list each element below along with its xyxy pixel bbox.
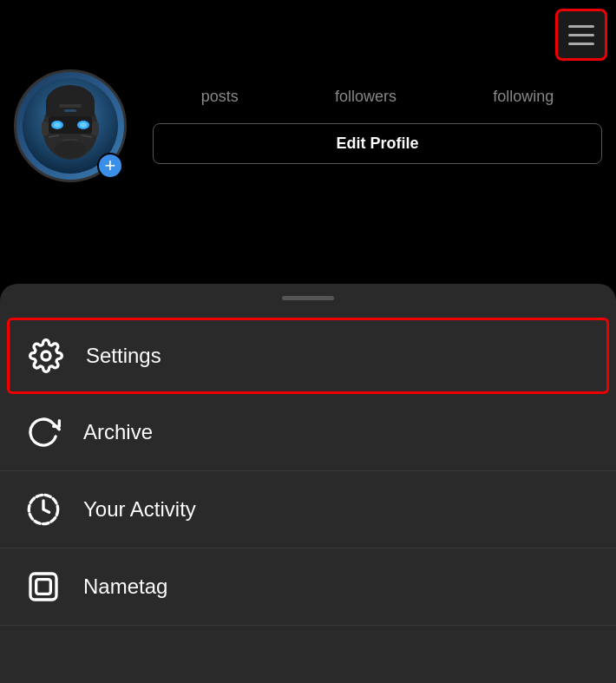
menu-item-settings[interactable]: Settings [7,318,609,394]
avatar-wrapper: + [14,69,127,182]
bottom-drawer: Settings Archive Your Activity N [0,284,616,683]
svg-point-17 [42,351,50,360]
activity-icon [24,490,62,529]
add-story-button[interactable]: + [97,153,123,179]
nametag-label: Nametag [83,575,167,599]
svg-rect-12 [92,121,99,135]
edit-profile-button[interactable]: Edit Profile [153,123,602,164]
svg-rect-20 [36,580,51,594]
svg-rect-3 [46,101,95,116]
profile-row: + posts followers following Edit Profile [14,69,602,182]
followers-stat[interactable]: followers [335,88,396,106]
menu-item-archive[interactable]: Archive [0,394,616,471]
hamburger-bar-3 [568,43,594,45]
archive-label: Archive [83,420,153,444]
followers-label: followers [335,88,396,106]
profile-section: + posts followers following Edit Profile [0,0,616,295]
svg-rect-14 [64,109,76,112]
hamburger-button[interactable] [555,9,607,61]
menu-item-activity[interactable]: Your Activity [0,471,616,548]
drawer-handle [282,296,334,300]
svg-point-10 [55,141,86,158]
stats-area: posts followers following Edit Profile [153,88,602,164]
posts-label: posts [201,88,239,106]
menu-item-nametag[interactable]: Nametag [0,548,616,626]
archive-icon [24,413,62,451]
svg-point-8 [80,122,87,128]
add-icon: + [105,156,116,175]
settings-label: Settings [86,344,161,368]
following-stat[interactable]: following [493,88,554,106]
stats-row: posts followers following [153,88,602,106]
svg-rect-13 [59,104,82,108]
svg-point-6 [54,122,61,128]
svg-rect-19 [30,574,56,600]
nametag-icon [24,568,62,606]
settings-icon [27,337,65,375]
svg-rect-11 [42,121,49,135]
activity-label: Your Activity [83,497,196,522]
hamburger-bar-1 [568,25,594,28]
hamburger-bar-2 [568,34,594,36]
posts-stat[interactable]: posts [201,88,239,106]
following-label: following [493,88,554,106]
